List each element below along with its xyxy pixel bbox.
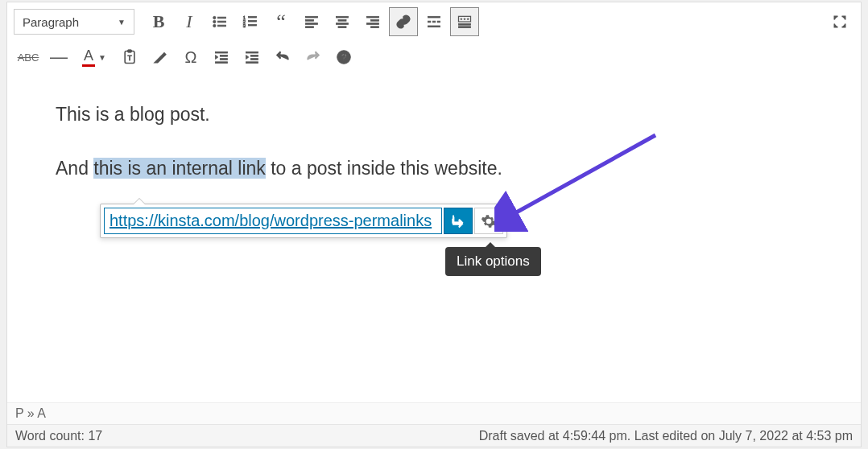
- link-options-button[interactable]: [474, 208, 503, 234]
- svg-rect-15: [306, 27, 314, 28]
- svg-rect-24: [428, 16, 440, 18]
- element-path[interactable]: P » A: [7, 402, 861, 424]
- blockquote-button[interactable]: “: [267, 7, 296, 36]
- text-fragment: And: [56, 158, 93, 179]
- horizontal-rule-button[interactable]: —: [44, 43, 73, 72]
- svg-rect-9: [249, 20, 257, 22]
- indent-button[interactable]: [238, 43, 267, 72]
- text-color-button[interactable]: A ▼: [75, 43, 114, 72]
- link-button[interactable]: [389, 7, 418, 36]
- special-character-button[interactable]: Ω: [176, 43, 205, 72]
- paragraph-1[interactable]: This is a blog post.: [56, 101, 812, 129]
- read-more-button[interactable]: [420, 7, 448, 36]
- svg-text:?: ?: [341, 51, 347, 62]
- outdent-button[interactable]: [207, 43, 236, 72]
- svg-rect-43: [250, 56, 258, 57]
- fullscreen-button[interactable]: [825, 7, 854, 36]
- svg-rect-1: [218, 17, 226, 19]
- svg-point-31: [464, 19, 465, 20]
- svg-rect-27: [437, 21, 440, 23]
- svg-rect-16: [337, 16, 349, 18]
- toolbar-toggle-button[interactable]: [450, 7, 479, 36]
- italic-button[interactable]: I: [175, 7, 204, 36]
- clear-formatting-button[interactable]: [146, 43, 175, 72]
- numbered-list-button[interactable]: 123: [236, 7, 265, 36]
- selected-link-text[interactable]: this is an internal link: [93, 158, 266, 179]
- svg-rect-13: [306, 20, 314, 22]
- svg-rect-21: [371, 20, 379, 22]
- svg-rect-23: [371, 27, 379, 28]
- editor-frame: Paragraph ▼ B I 123 “: [6, 2, 862, 447]
- link-popover: [100, 204, 507, 238]
- svg-rect-3: [218, 21, 226, 23]
- bold-button[interactable]: B: [144, 7, 173, 36]
- format-dropdown[interactable]: Paragraph ▼: [14, 9, 134, 35]
- paste-as-text-button[interactable]: T: [115, 43, 144, 72]
- svg-point-32: [467, 19, 469, 20]
- paragraph-2[interactable]: And this is an internal link to a post i…: [56, 154, 812, 183]
- svg-rect-14: [306, 23, 318, 25]
- status-bar: Word count: 17 Draft saved at 4:59:44 pm…: [7, 424, 861, 447]
- svg-point-0: [213, 16, 216, 19]
- toolbar-row-1: Paragraph ▼ B I 123 “: [7, 2, 861, 41]
- svg-rect-28: [428, 26, 440, 27]
- undo-button[interactable]: [268, 43, 297, 72]
- word-count: Word count: 17: [15, 429, 102, 443]
- svg-text:T: T: [128, 54, 132, 62]
- svg-rect-25: [428, 21, 431, 23]
- chevron-down-icon: ▼: [118, 18, 126, 27]
- format-label: Paragraph: [23, 15, 79, 29]
- bullet-list-button[interactable]: [205, 7, 234, 36]
- svg-rect-17: [338, 20, 346, 22]
- tooltip: Link options: [445, 247, 541, 276]
- svg-text:3: 3: [243, 23, 246, 28]
- redo-button[interactable]: [299, 43, 328, 72]
- help-button[interactable]: ?: [329, 43, 358, 72]
- svg-point-30: [461, 19, 462, 20]
- svg-rect-7: [249, 16, 257, 18]
- align-right-button[interactable]: [358, 7, 387, 36]
- svg-point-2: [213, 20, 216, 23]
- svg-rect-12: [306, 16, 318, 18]
- svg-point-4: [213, 24, 216, 27]
- svg-rect-5: [218, 25, 226, 27]
- svg-rect-18: [337, 23, 349, 25]
- strikethrough-button[interactable]: ABC: [14, 43, 43, 72]
- svg-rect-45: [246, 62, 258, 64]
- svg-rect-38: [216, 51, 228, 53]
- link-url-input[interactable]: [104, 208, 442, 234]
- svg-rect-11: [249, 24, 257, 26]
- apply-link-button[interactable]: [444, 208, 473, 234]
- save-status: Draft saved at 4:59:44 pm. Last edited o…: [479, 429, 853, 443]
- svg-rect-39: [220, 56, 227, 57]
- text-fragment: to a post inside this website.: [266, 158, 502, 179]
- svg-rect-20: [367, 16, 379, 18]
- svg-rect-19: [338, 27, 346, 28]
- align-center-button[interactable]: [328, 7, 357, 36]
- svg-rect-40: [220, 59, 227, 60]
- svg-rect-41: [216, 62, 228, 64]
- align-left-button[interactable]: [297, 7, 326, 36]
- svg-rect-26: [432, 21, 435, 23]
- svg-rect-36: [128, 50, 132, 52]
- toolbar-row-2: ABC — A ▼ T Ω ?: [7, 41, 861, 76]
- svg-rect-34: [459, 27, 471, 28]
- svg-rect-44: [250, 59, 258, 60]
- svg-rect-42: [246, 51, 258, 53]
- svg-rect-22: [367, 23, 379, 25]
- svg-rect-33: [459, 24, 471, 26]
